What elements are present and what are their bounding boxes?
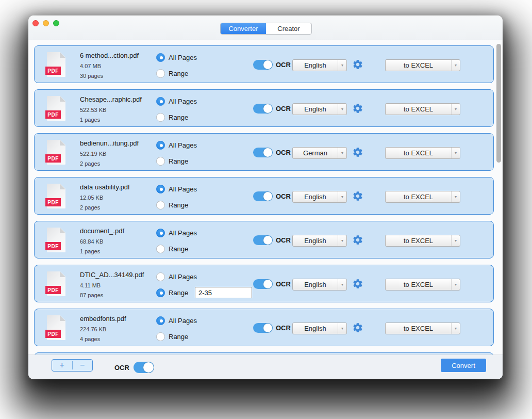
range-option[interactable]: Range	[156, 112, 197, 122]
output-format-select[interactable]: to EXCEL ▾	[385, 103, 460, 115]
toggle-knob	[143, 362, 154, 373]
ocr-group: OCR	[253, 148, 291, 157]
range-option[interactable]: Range	[156, 69, 197, 78]
pdf-badge: PDF	[45, 330, 61, 338]
range-radio[interactable]	[156, 157, 165, 166]
range-radio[interactable]	[156, 332, 165, 341]
chevron-down-icon: ▾	[338, 191, 346, 202]
ocr-toggle[interactable]	[253, 323, 273, 333]
ocr-toggle[interactable]	[253, 148, 273, 157]
pdf-file-icon: PDF	[47, 140, 65, 165]
all-pages-option[interactable]: All Pages	[156, 184, 197, 194]
all-pages-radio[interactable]	[156, 141, 165, 150]
file-name: data usability.pdf	[80, 183, 155, 191]
range-radio[interactable]	[156, 288, 165, 297]
range-option[interactable]: Range	[156, 288, 197, 297]
convert-button[interactable]: Convert	[441, 359, 486, 372]
range-radio[interactable]	[156, 201, 165, 210]
list-item: PDF data usability.pdf 12.05 KB 2 pages …	[34, 177, 494, 215]
ocr-toggle[interactable]	[253, 191, 273, 201]
gear-icon[interactable]	[352, 234, 363, 246]
ocr-toggle[interactable]	[253, 60, 273, 70]
range-option[interactable]: Range	[156, 200, 197, 210]
pdf-badge: PDF	[45, 286, 61, 294]
page-range-options: All Pages Range	[156, 228, 197, 260]
tab-creator[interactable]: Creator	[266, 23, 311, 34]
all-pages-radio[interactable]	[156, 229, 165, 237]
gear-icon[interactable]	[352, 322, 363, 333]
range-input[interactable]	[195, 287, 252, 298]
ocr-toggle[interactable]	[253, 104, 273, 114]
output-format-value: to EXCEL	[386, 193, 451, 201]
all-pages-option[interactable]: All Pages	[156, 272, 197, 281]
gear-icon[interactable]	[352, 190, 363, 202]
output-format-select[interactable]: to EXCEL ▾	[385, 279, 460, 291]
range-radio[interactable]	[156, 245, 165, 253]
minimize-button[interactable]	[43, 20, 49, 26]
language-select[interactable]: English ▾	[292, 59, 347, 71]
all-pages-radio[interactable]	[156, 272, 165, 281]
all-pages-option[interactable]: All Pages	[156, 228, 197, 237]
all-pages-option[interactable]: All Pages	[156, 96, 197, 106]
ocr-toggle[interactable]	[253, 279, 273, 289]
all-pages-option[interactable]: All Pages	[156, 140, 197, 150]
language-value: English	[293, 61, 338, 69]
page-range-options: All Pages Range	[156, 272, 197, 304]
file-name: document_.pdf	[80, 227, 155, 235]
range-label: Range	[169, 245, 188, 253]
ocr-label: OCR	[276, 149, 291, 156]
output-format-select[interactable]: to EXCEL ▾	[385, 147, 460, 159]
tab-converter[interactable]: Converter	[221, 23, 266, 34]
gear-icon[interactable]	[352, 103, 363, 114]
all-pages-radio[interactable]	[156, 316, 165, 325]
language-value: English	[293, 325, 338, 332]
zoom-button[interactable]	[53, 20, 59, 26]
ocr-group: OCR	[253, 60, 291, 70]
language-select[interactable]: English ▾	[292, 235, 347, 247]
range-radio[interactable]	[156, 69, 165, 78]
all-pages-radio[interactable]	[156, 53, 165, 62]
output-format-select[interactable]: to EXCEL ▾	[385, 191, 460, 203]
language-select[interactable]: English ▾	[292, 323, 347, 334]
output-format-select[interactable]: to EXCEL ▾	[385, 235, 460, 247]
language-value: English	[293, 105, 338, 113]
titlebar: Converter Creator	[28, 15, 503, 40]
toggle-knob	[263, 324, 272, 332]
output-format-select[interactable]: to EXCEL ▾	[385, 323, 460, 334]
language-select[interactable]: English ▾	[292, 191, 347, 203]
file-pages: 30 pages	[80, 73, 155, 79]
close-button[interactable]	[32, 20, 39, 26]
all-pages-radio[interactable]	[156, 97, 165, 106]
all-pages-label: All Pages	[169, 141, 197, 149]
language-select[interactable]: English ▾	[292, 103, 347, 115]
range-option[interactable]: Range	[156, 244, 197, 253]
range-radio[interactable]	[156, 113, 165, 122]
global-ocr-label: OCR	[114, 364, 129, 372]
all-pages-option[interactable]: All Pages	[156, 53, 197, 62]
language-value: English	[293, 193, 338, 201]
gear-icon[interactable]	[352, 278, 363, 289]
pdf-file-icon: PDF	[47, 315, 65, 340]
gear-icon[interactable]	[352, 147, 363, 158]
ocr-label: OCR	[276, 105, 291, 112]
ocr-toggle[interactable]	[253, 235, 273, 245]
language-value: English	[293, 237, 338, 245]
file-size: 4.11 MB	[80, 282, 155, 288]
add-file-button[interactable]: +	[52, 360, 72, 371]
all-pages-label: All Pages	[169, 98, 197, 105]
remove-file-button[interactable]: −	[73, 360, 93, 371]
page-range-options: All Pages Range	[156, 184, 197, 216]
pdf-file-icon: PDF	[47, 228, 65, 252]
gear-icon[interactable]	[352, 59, 363, 70]
output-format-select[interactable]: to EXCEL ▾	[385, 59, 460, 71]
scrollbar[interactable]	[495, 41, 502, 354]
scrollbar-thumb[interactable]	[496, 44, 501, 163]
global-ocr-toggle[interactable]	[134, 362, 154, 373]
all-pages-radio[interactable]	[156, 185, 165, 194]
all-pages-option[interactable]: All Pages	[156, 316, 197, 325]
range-option[interactable]: Range	[156, 156, 197, 166]
range-option[interactable]: Range	[156, 332, 197, 341]
language-select[interactable]: German ▾	[292, 147, 347, 159]
ocr-label: OCR	[276, 236, 291, 244]
language-select[interactable]: English ▾	[292, 279, 347, 291]
